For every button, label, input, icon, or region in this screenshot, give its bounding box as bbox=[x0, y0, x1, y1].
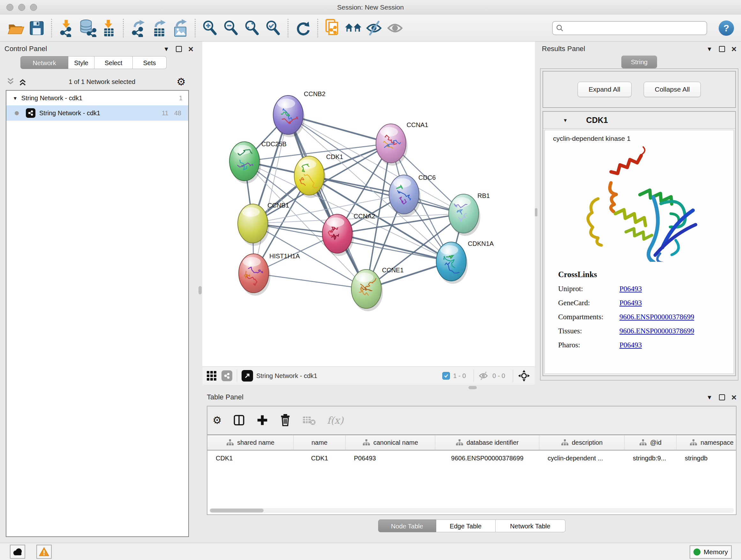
network-graph[interactable]: CCNB2CCNA1CDC25BCDK1CDC6RB1CCNB1CCNA2CDK… bbox=[202, 42, 535, 367]
panel-close-icon[interactable]: × bbox=[731, 394, 737, 400]
table-row[interactable]: CDK1 CDK1 P06493 9606.ENSP00000378699 cy… bbox=[207, 450, 736, 466]
hide-selected-button[interactable] bbox=[364, 17, 385, 39]
network-node-cdkn1a[interactable] bbox=[436, 242, 468, 284]
selected-checkbox-icon[interactable] bbox=[442, 372, 450, 380]
cell-description[interactable]: cyclin-dependent ... bbox=[539, 455, 624, 462]
tab-edge-table[interactable]: Edge Table bbox=[436, 519, 495, 532]
left-splitter[interactable] bbox=[198, 42, 202, 543]
tree-expand-icon[interactable]: ▼ bbox=[13, 96, 17, 101]
column-header-name[interactable]: name bbox=[293, 435, 346, 450]
detach-view-icon[interactable] bbox=[242, 370, 253, 381]
delete-column-icon[interactable] bbox=[279, 414, 291, 427]
panel-close-icon[interactable]: × bbox=[188, 46, 193, 52]
network-collection-row[interactable]: ▼ String Network - cdk1 1 bbox=[6, 91, 188, 105]
panel-float-icon[interactable] bbox=[176, 46, 182, 52]
column-header-id[interactable]: @id bbox=[624, 435, 677, 450]
search-input[interactable] bbox=[563, 24, 703, 32]
gene-expand-icon[interactable]: ▼ bbox=[563, 118, 568, 123]
cell-namespace[interactable]: stringdb bbox=[677, 455, 736, 462]
column-header-canonical-name[interactable]: canonical name bbox=[346, 435, 435, 450]
network-node-cdc6[interactable] bbox=[389, 175, 421, 217]
network-edge[interactable] bbox=[254, 273, 366, 289]
home-view-button[interactable] bbox=[343, 17, 364, 39]
cell-id[interactable]: stringdb:9... bbox=[624, 455, 677, 462]
import-table-button[interactable] bbox=[98, 17, 119, 39]
save-session-button[interactable] bbox=[26, 17, 47, 39]
import-network-database-button[interactable] bbox=[77, 17, 98, 39]
table-options-gear-icon[interactable]: ⚙ bbox=[212, 415, 222, 425]
close-button[interactable] bbox=[6, 4, 13, 11]
tab-select[interactable]: Select bbox=[94, 56, 133, 69]
zoom-in-button[interactable] bbox=[199, 17, 220, 39]
network-row[interactable]: String Network - cdk1 11 48 bbox=[6, 105, 188, 121]
panel-close-icon[interactable]: × bbox=[731, 46, 737, 52]
tab-node-table[interactable]: Node Table bbox=[378, 519, 436, 532]
cell-name[interactable]: CDK1 bbox=[293, 455, 346, 462]
tab-string[interactable]: String bbox=[621, 56, 657, 68]
network-node-hist1h1a[interactable] bbox=[239, 254, 270, 296]
birdseye-navigator-icon[interactable] bbox=[518, 369, 530, 382]
create-column-icon[interactable] bbox=[256, 414, 268, 426]
cell-canonical-name[interactable]: P06493 bbox=[346, 455, 435, 462]
panel-float-icon[interactable] bbox=[719, 46, 725, 52]
network-canvas[interactable]: CCNB2CCNA1CDC25BCDK1CDC6RB1CCNB1CCNA2CDK… bbox=[202, 42, 535, 367]
open-session-button[interactable] bbox=[5, 17, 26, 39]
network-node-ccnb2[interactable] bbox=[273, 96, 305, 137]
network-node-rb1[interactable] bbox=[449, 194, 480, 236]
memory-button[interactable]: Memory bbox=[690, 545, 732, 559]
minimize-button[interactable] bbox=[18, 4, 25, 11]
cell-database-identifier[interactable]: 9606.ENSP00000378699 bbox=[435, 455, 539, 462]
import-network-file-button[interactable] bbox=[56, 17, 77, 39]
first-neighbors-button[interactable] bbox=[322, 17, 343, 39]
network-node-cdk1[interactable] bbox=[294, 156, 326, 198]
export-image-button[interactable] bbox=[170, 17, 191, 39]
table-hscrollbar[interactable] bbox=[209, 508, 734, 513]
help-button[interactable]: ? bbox=[719, 20, 734, 36]
network-node-ccnb1[interactable] bbox=[238, 204, 269, 246]
crosslink-link[interactable]: P06493 bbox=[619, 341, 642, 349]
zoom-out-button[interactable] bbox=[220, 17, 242, 39]
panel-collapse-icon[interactable]: ▼ bbox=[706, 46, 713, 52]
apply-layout-button[interactable] bbox=[292, 17, 313, 39]
crosslink-link[interactable]: P06493 bbox=[619, 299, 642, 307]
column-header-shared-name[interactable]: shared name bbox=[207, 435, 293, 450]
tab-network-table[interactable]: Network Table bbox=[495, 519, 565, 532]
column-header-database-identifier[interactable]: database identifier bbox=[435, 435, 539, 450]
crosslink-link[interactable]: 9606.ENSP00000378699 bbox=[619, 327, 694, 335]
maximize-button[interactable] bbox=[30, 4, 37, 11]
show-all-button[interactable] bbox=[385, 17, 406, 39]
export-table-button[interactable] bbox=[149, 17, 170, 39]
crosslink-link[interactable]: P06493 bbox=[619, 285, 642, 293]
tab-style[interactable]: Style bbox=[68, 56, 94, 69]
collapse-all-icon[interactable] bbox=[18, 77, 27, 86]
expand-all-icon[interactable] bbox=[6, 77, 15, 86]
table-hscrollbar-thumb[interactable] bbox=[210, 509, 264, 512]
network-view-share-icon[interactable] bbox=[221, 370, 232, 381]
export-network-button[interactable] bbox=[128, 17, 149, 39]
grid-view-icon[interactable] bbox=[207, 371, 216, 381]
network-node-ccne1[interactable] bbox=[351, 269, 383, 311]
expand-all-button[interactable]: Expand All bbox=[578, 82, 631, 97]
tab-sets[interactable]: Sets bbox=[133, 56, 166, 69]
warnings-button[interactable] bbox=[37, 545, 52, 559]
network-node-ccna2[interactable] bbox=[322, 214, 354, 256]
show-columns-icon[interactable] bbox=[232, 414, 246, 427]
tab-network[interactable]: Network bbox=[20, 56, 68, 69]
cell-shared-name[interactable]: CDK1 bbox=[207, 455, 293, 462]
bottom-splitter[interactable] bbox=[202, 385, 741, 390]
left-splitter-handle[interactable] bbox=[199, 286, 202, 294]
right-splitter[interactable] bbox=[535, 42, 537, 385]
panel-float-icon[interactable] bbox=[719, 394, 725, 400]
network-edge[interactable] bbox=[288, 115, 366, 289]
network-edge[interactable] bbox=[254, 115, 288, 273]
collapse-all-button[interactable]: Collapse All bbox=[644, 82, 701, 97]
bottom-splitter-handle[interactable] bbox=[468, 386, 477, 389]
panel-collapse-icon[interactable]: ▼ bbox=[706, 394, 713, 400]
crosslink-link[interactable]: 9606.ENSP00000378699 bbox=[619, 313, 694, 321]
zoom-fit-button[interactable] bbox=[242, 17, 263, 39]
zoom-selected-button[interactable] bbox=[263, 17, 284, 39]
panel-collapse-icon[interactable]: ▼ bbox=[163, 46, 170, 52]
column-header-description[interactable]: description bbox=[539, 435, 624, 450]
cloud-button[interactable] bbox=[10, 545, 25, 559]
column-header-namespace[interactable]: namespace bbox=[677, 435, 736, 450]
